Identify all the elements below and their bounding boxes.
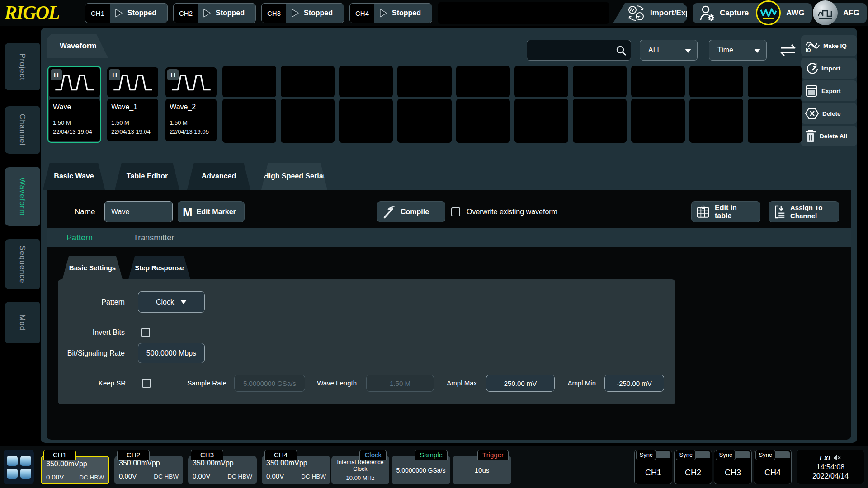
- channel-run-button-ch2[interactable]: CH2 Stopped: [173, 3, 256, 23]
- sort-order-toggle[interactable]: [778, 40, 798, 61]
- sync-box-ch3[interactable]: Sync CH3: [714, 450, 752, 484]
- waveform-info: Wave_2 1.50 M 22/04/13 19:05: [165, 99, 217, 141]
- waveform-name: Wave: [53, 103, 96, 111]
- waveform-info: Wave 1.50 M 22/04/13 19:04: [49, 99, 100, 141]
- home-grid-button[interactable]: [4, 450, 34, 484]
- channel-mode: DC HBW: [79, 474, 104, 481]
- sync-channel: CH4: [754, 468, 791, 478]
- clock-frequency: 10.00 MHz: [346, 474, 375, 481]
- afg-mode-button[interactable]: AFG: [813, 0, 867, 25]
- delete-all-button[interactable]: Delete All: [801, 126, 857, 146]
- sidebar-item-mod[interactable]: Mod: [5, 302, 40, 343]
- channel-run-button-ch1[interactable]: CH1 Stopped: [85, 3, 168, 23]
- waveform-card-wave-1[interactable]: H Wave_1 1.50 M 22/04/13 19:04: [106, 66, 160, 143]
- export-button[interactable]: Export: [801, 80, 857, 101]
- system-datetime[interactable]: LXI 14:54:08 2022/04/14: [797, 450, 864, 484]
- awg-mode-button[interactable]: AWG: [756, 0, 812, 25]
- play-icon: [291, 8, 300, 18]
- tab-basic-wave[interactable]: Basic Wave: [43, 163, 105, 190]
- status-clock[interactable]: Clock Internal Reference Clock 10.00 MHz: [331, 450, 389, 484]
- play-icon: [379, 8, 388, 18]
- waveform-name-input[interactable]: [104, 201, 173, 222]
- status-channel-ch1[interactable]: CH1 350.00mVpp 0.00VDC HBW: [41, 450, 109, 484]
- channel-tag: CH3: [191, 450, 223, 460]
- waveform-browser-tab[interactable]: Waveform: [47, 34, 108, 58]
- channel-status: Stopped: [304, 9, 333, 17]
- status-sample[interactable]: Sample 5.0000000 GSa/s: [392, 450, 450, 484]
- pattern-dropdown[interactable]: Clock: [138, 291, 205, 313]
- sync-tag: Sync: [755, 450, 775, 460]
- status-channel-ch2[interactable]: CH2 350.00mVpp 0.00VDC HBW: [114, 450, 183, 484]
- sort-by-dropdown[interactable]: Time: [709, 40, 767, 61]
- waveform-card-wave-2[interactable]: H Wave_2 1.50 M 22/04/13 19:05: [164, 66, 218, 143]
- tab-step-response[interactable]: Step Response: [128, 256, 190, 279]
- status-channel-ch4[interactable]: CH4 350.00mVpp 0.00VDC HBW: [262, 450, 330, 484]
- export-label: Export: [821, 88, 841, 94]
- grid-square: [7, 456, 18, 466]
- waveform-empty-slot: [514, 66, 568, 97]
- speaker-mute-icon: [833, 455, 841, 461]
- waveform-date: 22/04/13 19:04: [53, 128, 96, 135]
- waveform-card-wave[interactable]: H Wave 1.50 M 22/04/13 19:04: [47, 66, 101, 143]
- keep-sr-checkbox[interactable]: [142, 379, 151, 388]
- status-trigger[interactable]: Trigger 10us: [453, 450, 511, 484]
- bit-rate-field[interactable]: 500.0000 Mbps: [138, 343, 205, 363]
- channel-run-button-ch3[interactable]: CH3 Stopped: [261, 3, 344, 23]
- clock-tag: Clock: [359, 450, 387, 460]
- waveform-empty-slot: [222, 66, 276, 97]
- edit-marker-label: Edit Marker: [197, 208, 236, 216]
- import-button[interactable]: Import: [801, 58, 857, 79]
- waveform-thumbnail: H: [107, 67, 158, 97]
- compile-button[interactable]: Compile: [377, 201, 445, 222]
- tab-basic-settings[interactable]: Basic Settings: [62, 256, 123, 279]
- tab-high-speed-serial[interactable]: High Speed Serial: [261, 163, 327, 190]
- invert-bits-checkbox[interactable]: [141, 328, 150, 337]
- grid-square: [7, 469, 18, 479]
- editor-panel: Name M Edit Marker Compile Overwrite exi…: [47, 190, 851, 440]
- edit-marker-button[interactable]: M Edit Marker: [178, 201, 245, 222]
- sync-box-ch1[interactable]: Sync CH1: [634, 450, 672, 484]
- delete-button[interactable]: Delete: [801, 103, 857, 124]
- capture-icon: [700, 5, 715, 21]
- status-channel-ch3[interactable]: CH3 350.00mVpp 0.00VDC HBW: [188, 450, 257, 484]
- waveform-thumbnail: H: [165, 67, 217, 97]
- sidebar-item-project[interactable]: Project: [5, 43, 40, 90]
- sync-box-ch2[interactable]: Sync CH2: [674, 450, 712, 484]
- waveform-grid: H Wave 1.50 M 22/04/13 19:04 H Wave_1 1.…: [47, 66, 802, 143]
- ampl-min-field[interactable]: -250.00 mV: [604, 375, 664, 392]
- topbar-spacer: [438, 2, 609, 24]
- channel-status: Stopped: [392, 9, 421, 17]
- chevron-down-icon: [180, 300, 187, 304]
- ampl-min-label: Ampl Min: [557, 374, 596, 392]
- search-input[interactable]: [527, 40, 613, 60]
- delete-icon: [805, 107, 819, 120]
- sync-tag: Sync: [636, 450, 656, 460]
- ampl-max-field[interactable]: 250.00 mV: [486, 375, 555, 392]
- waveform-empty-slot: [397, 99, 451, 143]
- sample-rate-field: 5.0000000 GSa/s: [234, 375, 305, 392]
- overwrite-checkbox[interactable]: [451, 207, 460, 216]
- tab-advanced[interactable]: Advanced: [187, 163, 250, 190]
- tab-transmitter[interactable]: Transmitter: [133, 228, 174, 247]
- edit-in-table-button[interactable]: Edit in table: [691, 201, 760, 222]
- channel-label: CH4: [350, 4, 374, 23]
- make-iq-button[interactable]: IQ Make IQ: [801, 35, 857, 56]
- sidebar-item-waveform[interactable]: Waveform: [5, 167, 40, 226]
- tab-pattern[interactable]: Pattern: [66, 228, 93, 247]
- sidebar-item-channel[interactable]: Channel: [5, 106, 40, 154]
- channel-run-button-ch4[interactable]: CH4 Stopped: [349, 3, 432, 23]
- channel-tag: CH4: [264, 450, 297, 460]
- sidebar-label: Channel: [18, 114, 27, 145]
- sidebar-item-sequence[interactable]: Sequence: [5, 239, 40, 289]
- make-iq-icon: IQ: [805, 39, 820, 52]
- make-iq-label: Make IQ: [823, 42, 847, 49]
- import-export-button[interactable]: Import/Export: [613, 3, 687, 23]
- waveform-size: 1.50 M: [170, 119, 212, 126]
- sidebar-label: Sequence: [18, 245, 27, 284]
- delete-label: Delete: [822, 110, 841, 117]
- sidebar-label: Project: [18, 53, 27, 80]
- tab-table-editor[interactable]: Table Editor: [115, 163, 179, 190]
- sync-box-ch4[interactable]: Sync CH4: [754, 450, 792, 484]
- filter-type-dropdown[interactable]: ALL: [640, 40, 698, 61]
- assign-to-channel-button[interactable]: Assign To Channel: [769, 201, 839, 222]
